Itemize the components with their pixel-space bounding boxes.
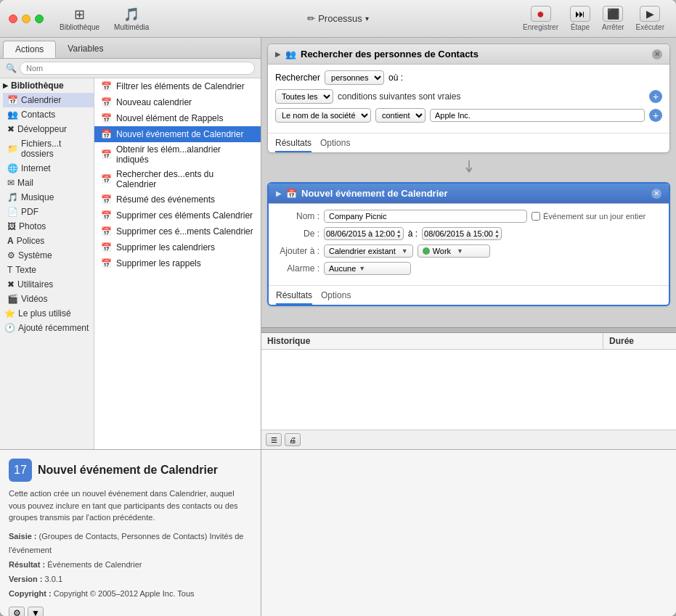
card2-work-calendar[interactable]: Work ▼: [418, 245, 490, 258]
card2-tab-options[interactable]: Options: [321, 290, 351, 305]
sidebar-item-internet[interactable]: 🌐 Internet: [3, 161, 94, 176]
chevron-down-icon: ▼: [402, 247, 408, 255]
sidebar-item-calendrier[interactable]: 📅 Calendrier: [3, 93, 94, 107]
card2-to-up[interactable]: ▲: [494, 229, 500, 234]
action-supprimer-calendriers[interactable]: 📅 Supprimer les calendriers: [94, 239, 261, 255]
settings-gear-button[interactable]: ⚙: [9, 607, 25, 616]
card2-close-button[interactable]: ✕: [651, 189, 661, 199]
step-icon: ⏭: [575, 8, 585, 20]
history-header: Historique Durée: [261, 333, 676, 350]
traffic-lights: [9, 15, 44, 23]
card-rechercher-header[interactable]: ▶ 👥 Rechercher des personnes de Contacts…: [268, 44, 669, 65]
tab-variables[interactable]: Variables: [56, 41, 115, 58]
action-icon: 📅: [100, 210, 112, 221]
search-input[interactable]: [20, 62, 255, 75]
card2-from-up[interactable]: ▲: [396, 229, 402, 234]
sidebar-item-fichiers[interactable]: 📁 Fichiers...t dossiers: [3, 136, 94, 161]
card2-body: Nom : Événement sur un jour entier De :: [269, 204, 669, 285]
card2-alarm-row: Alarme : Aucune ▼: [276, 262, 661, 275]
desc-resultat-value: Événements de Calendrier: [47, 560, 142, 569]
sidebar-item-videos[interactable]: 🎬 Vidéos: [3, 292, 94, 306]
run-button[interactable]: ▶ Exécuter: [633, 4, 667, 33]
sidebar-item-utilitaires[interactable]: ✖ Utilitaires: [3, 277, 94, 292]
alarm-chevron-icon: ▼: [359, 265, 365, 272]
action-nouveau-calendrier[interactable]: 📅 Nouveau calendrier: [94, 94, 261, 110]
history-duration-label: Durée: [603, 333, 676, 349]
card1-add-condition-button[interactable]: +: [649, 90, 662, 103]
workflow-area: ▶ 👥 Rechercher des personnes de Contacts…: [261, 38, 676, 327]
card2-from-datetime[interactable]: 08/06/2015 à 12:00 ▲ ▼: [324, 227, 404, 240]
desc-meta: Saisie : (Groupes de Contacts, Personnes…: [9, 530, 252, 601]
sidebar-item-polices[interactable]: A Polices: [3, 234, 94, 248]
multimedia-button[interactable]: 🎵 Multimédia: [110, 5, 153, 33]
sidebar-section-library[interactable]: ▶ Bibliothèque: [0, 78, 94, 93]
card1-tab-options[interactable]: Options: [320, 138, 350, 152]
action-resume[interactable]: 📅 Résumé des événements: [94, 192, 261, 208]
step-button[interactable]: ⏭ Étape: [567, 4, 593, 33]
desc-resultat-label: Résultat :: [9, 560, 45, 569]
sidebar-item-mail[interactable]: ✉ Mail: [3, 176, 94, 190]
action-supprimer-elements[interactable]: 📅 Supprimer ces éléments Calendrier: [94, 208, 261, 223]
card2-calendar-select[interactable]: Calendrier existant ▼: [324, 245, 413, 258]
action-icon: 📅: [100, 226, 112, 237]
library-label: Bibliothèque: [60, 23, 99, 31]
card1-field-select[interactable]: Le nom de la société: [275, 108, 371, 123]
card2-allday-checkbox[interactable]: [532, 212, 540, 221]
card2-from-stepper[interactable]: ▲ ▼: [396, 229, 402, 239]
action-supprimer-rappels[interactable]: 📅 Supprimer les rappels: [94, 255, 261, 271]
sidebar-item-texte[interactable]: T Texte: [3, 263, 94, 277]
card1-close-button[interactable]: ✕: [652, 49, 662, 59]
card1-add-filter-button[interactable]: +: [649, 109, 662, 122]
window-title: ✏ Processus ▾: [307, 13, 369, 24]
sidebar: ▶ Bibliothèque 📅 Calendrier 👥 Contacts: [0, 78, 94, 449]
card2-to-datetime[interactable]: 08/06/2015 à 15:00 ▲ ▼: [422, 227, 502, 240]
action-supprimer-evenements[interactable]: 📅 Supprimer ces é...ments Calendrier: [94, 223, 261, 239]
sidebar-item-contacts[interactable]: 👥 Contacts: [3, 107, 94, 122]
description-area: 17 Nouvel événement de Calendrier Cette …: [0, 450, 261, 616]
sidebar-item-ajoute-recemment[interactable]: 🕐 Ajouté récemment: [0, 321, 94, 335]
action-filtrer[interactable]: 📅 Filtrer les éléments de Calendrier: [94, 78, 261, 94]
desc-footer-controls: ⚙ ▼: [9, 607, 252, 616]
card1-operator-select[interactable]: contient: [375, 108, 425, 123]
maximize-button[interactable]: [35, 15, 44, 23]
history-print-button[interactable]: 🖨: [285, 433, 301, 446]
photos-icon: 🖼: [7, 221, 16, 231]
clock-icon: 🕐: [4, 323, 15, 333]
musique-icon: 🎵: [7, 192, 18, 202]
sidebar-item-pdf[interactable]: 📄 PDF: [3, 205, 94, 219]
desc-saisie-label: Saisie :: [9, 532, 37, 541]
card1-search-select[interactable]: personnes: [325, 70, 384, 85]
desc-text: Cette action crée un nouvel événement da…: [9, 488, 252, 524]
stop-button[interactable]: ⬛ Arrêter: [599, 4, 627, 33]
card2-to-stepper[interactable]: ▲ ▼: [494, 229, 500, 239]
card1-tab-results[interactable]: Résultats: [275, 138, 311, 152]
chevron-down-icon2: ▼: [457, 247, 463, 255]
sidebar-item-musique[interactable]: 🎵 Musique: [3, 190, 94, 205]
history-list-view-button[interactable]: ☰: [266, 433, 282, 446]
sidebar-item-systeme[interactable]: ⚙ Système: [3, 248, 94, 263]
action-nouvel-element-rappels[interactable]: 📅 Nouvel élément de Rappels: [94, 110, 261, 126]
sidebar-item-developpeur[interactable]: ✖ Développeur: [3, 122, 94, 136]
card2-alarm-select[interactable]: Aucune ▼: [324, 262, 411, 275]
sidebar-item-photos[interactable]: 🖼 Photos: [3, 219, 94, 234]
card2-name-input[interactable]: [324, 210, 527, 223]
calendrier-icon: 📅: [7, 95, 18, 105]
contacts-icon: 👥: [7, 110, 18, 120]
library-button[interactable]: ⊞ Bibliothèque: [55, 5, 104, 33]
card2-header[interactable]: ▶ 📅 Nouvel événement de Calendrier ✕: [269, 184, 669, 204]
card1-all-select[interactable]: Toutes les: [275, 89, 333, 104]
sidebar-item-le-plus-utilise[interactable]: ⭐ Le plus utilisé: [0, 306, 94, 321]
action-rechercher[interactable]: 📅 Rechercher des...ents du Calendrier: [94, 167, 261, 192]
action-nouvel-evenement[interactable]: 📅 Nouvel événement de Calendrier: [94, 126, 261, 142]
triangle-icon: ▶: [3, 82, 8, 89]
card2-tab-results[interactable]: Résultats: [276, 290, 312, 305]
record-button[interactable]: ● Enregistrer: [520, 4, 561, 33]
tab-actions[interactable]: Actions: [3, 41, 56, 58]
expand-button[interactable]: ▼: [28, 607, 44, 616]
card2-to-down[interactable]: ▼: [494, 234, 500, 239]
card1-value-input[interactable]: [430, 109, 645, 122]
close-button[interactable]: [9, 15, 17, 23]
minimize-button[interactable]: [22, 15, 30, 23]
action-obtenir[interactable]: 📅 Obtenir les élém...alandrier indiqués: [94, 142, 261, 167]
card2-from-down[interactable]: ▼: [396, 234, 402, 239]
